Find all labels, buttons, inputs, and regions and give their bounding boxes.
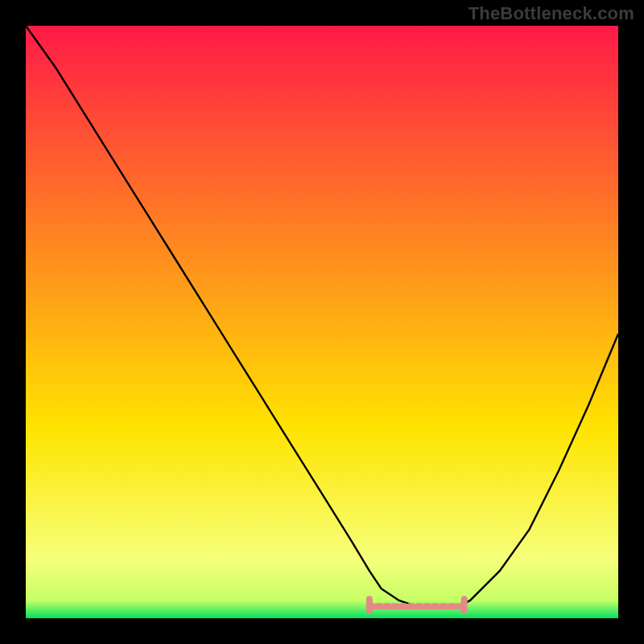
plot-area: [26, 26, 618, 618]
watermark-text: TheBottleneck.com: [469, 3, 634, 24]
chart-svg: [26, 26, 618, 618]
chart-frame: TheBottleneck.com: [0, 0, 644, 644]
